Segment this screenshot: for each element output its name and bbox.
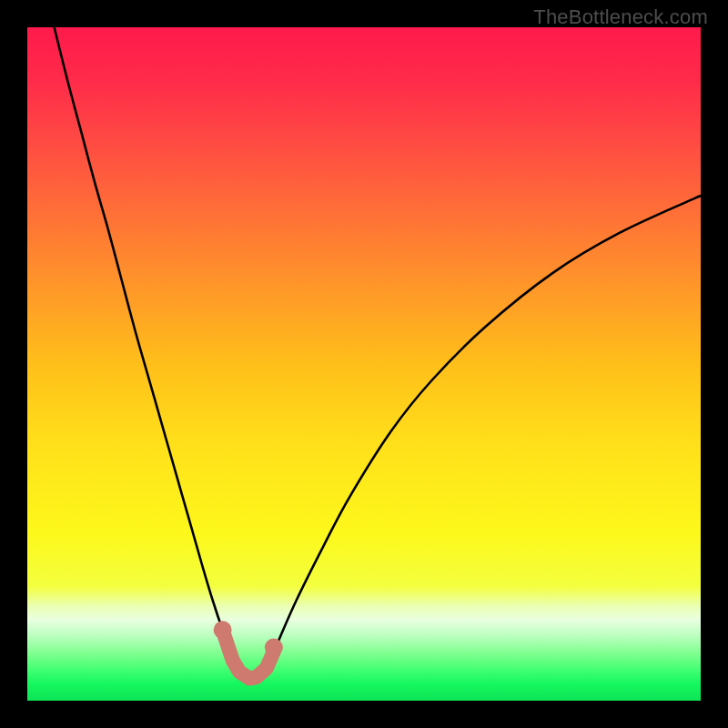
highlight-dot — [214, 621, 232, 639]
highlight-dot — [265, 639, 283, 657]
chart-stage: TheBottleneck.com — [0, 0, 728, 728]
highlight-segment — [223, 630, 274, 678]
watermark-text: TheBottleneck.com — [533, 5, 708, 29]
plot-area — [27, 27, 701, 701]
bottleneck-curve — [55, 27, 701, 680]
curve-layer — [27, 27, 701, 701]
